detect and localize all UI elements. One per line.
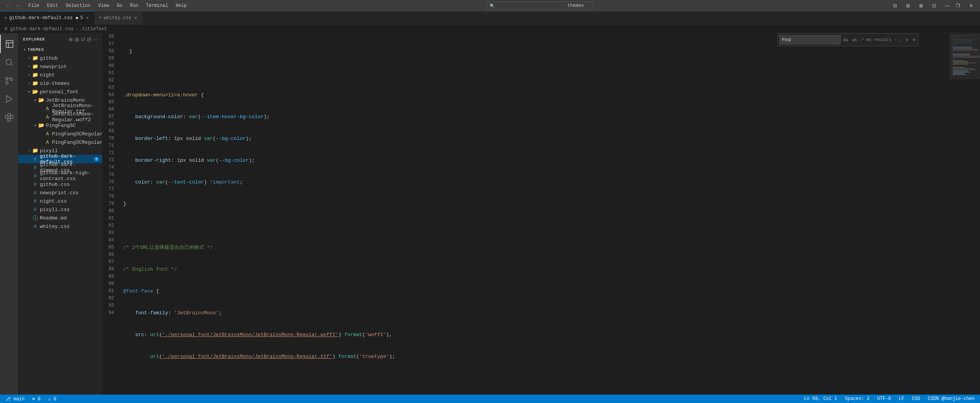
sidebar-item-pf-ttf[interactable]: › A PingFangSCRegular.ttf (18, 130, 102, 138)
find-match-case[interactable]: Aa (842, 37, 849, 42)
tab-label: github-dark-default.css (9, 15, 73, 21)
sidebar-item-jbm-woff[interactable]: › A JetBrainsMono-Regular.woff2 (18, 113, 102, 121)
tab-close-button-2[interactable]: × (134, 16, 138, 20)
activity-explorer[interactable] (0, 35, 18, 53)
find-widget: Aa ab .* No results ↑ ↓ ≡ ✕ (777, 33, 919, 46)
line-num-68: 68 (103, 120, 117, 128)
menu-edit[interactable]: Edit (44, 2, 61, 9)
window-layout-1[interactable]: ⊟ (890, 0, 900, 11)
activity-source-control[interactable] (0, 72, 18, 90)
sidebar-item-pixyll-css[interactable]: › # pixyll.css (18, 205, 102, 214)
sidebar-item-old-themes[interactable]: › 📁 old-themes (18, 79, 102, 88)
window-layout-3[interactable]: ⊠ (916, 0, 926, 11)
menu-go[interactable]: Go (114, 2, 125, 9)
status-language[interactable]: CSS (910, 396, 923, 401)
window-minimize[interactable]: — (942, 0, 950, 11)
status-line-ending[interactable]: LF (897, 396, 906, 401)
window-layout-4[interactable]: ⊡ (929, 0, 939, 11)
sidebar-item-newsprint[interactable]: › 📁 newsprint (18, 62, 102, 71)
code-content[interactable]: 56 57 58 59 60 61 62 63 64 65 66 67 68 6… (103, 33, 949, 395)
code-line-63: } (123, 200, 949, 208)
minimap (949, 33, 980, 395)
sidebar-item-pingfangsc[interactable]: ▾ 📂 PingFangSC (18, 121, 102, 130)
css-file-icon-4: # (32, 181, 38, 187)
status-position[interactable]: Ln 69, Col 1 (802, 396, 839, 401)
new-file-button[interactable]: ⊕ (69, 36, 73, 42)
sidebar-item-themes[interactable]: ▾ THEMES (18, 46, 102, 54)
sidebar-item-github[interactable]: › 📁 github (18, 54, 102, 62)
window-close[interactable]: ✕ (966, 0, 976, 11)
breadcrumb-selector[interactable]: .titleText (79, 26, 107, 32)
svg-rect-9 (8, 119, 10, 121)
status-warnings[interactable]: ⚠ 0 (46, 396, 59, 402)
activity-extensions[interactable] (0, 108, 18, 127)
sidebar-item-pf-woff[interactable]: › A PingFangSCRegular.woff2 (18, 138, 102, 146)
nav-forward-button[interactable]: → (14, 3, 22, 9)
sidebar-item-readme[interactable]: › ⓘ Readme.md (18, 214, 102, 222)
night-css-label: night.css (40, 198, 102, 204)
line-num-69: 69 (103, 128, 117, 135)
menu-bar: File Edit Selection View Go Run Terminal… (25, 2, 190, 9)
tab-close-button[interactable]: × (85, 16, 90, 20)
line-num-88: 88 (103, 266, 117, 273)
title-bar: ← → File Edit Selection View Go Run Term… (0, 0, 980, 11)
nav-back-button[interactable]: ← (4, 3, 12, 9)
ttf-file-icon-2: A (44, 131, 51, 137)
css-file-icon-6: # (32, 198, 38, 204)
status-branch[interactable]: ⎇ main (3, 396, 27, 402)
code-line-62: color: var(--text-color) !important; (123, 179, 949, 186)
menu-help[interactable]: Help (173, 2, 190, 9)
search-text: themes (567, 3, 584, 8)
find-close[interactable]: ✕ (911, 37, 917, 42)
refresh-button[interactable]: ↺ (81, 36, 85, 42)
line-num-77: 77 (103, 186, 117, 193)
sidebar-item-whitey[interactable]: › # whitey.css (18, 222, 102, 231)
more-actions-button[interactable]: ··· (93, 36, 98, 42)
pf-woff-label: PingFangSCRegular.woff2 (52, 140, 103, 145)
find-toggle-replace[interactable]: ≡ (905, 37, 910, 42)
svg-point-1 (6, 59, 11, 65)
find-prev[interactable]: ↑ (893, 37, 898, 42)
new-folder-button[interactable]: ⊞ (75, 36, 79, 42)
sidebar-item-night[interactable]: › 📁 night (18, 71, 102, 79)
line-num-57: 57 (103, 41, 117, 48)
tab-whitey[interactable]: # whitey.css × (95, 11, 143, 24)
line-num-83: 83 (103, 229, 117, 237)
status-encoding[interactable]: UTF-8 (875, 396, 893, 401)
sidebar-item-newsprint-css[interactable]: › # newsprint.css (18, 188, 102, 197)
activity-run-debug[interactable] (0, 90, 18, 108)
window-maximize[interactable]: ❐ (953, 0, 963, 11)
menu-selection[interactable]: Selection (63, 2, 94, 9)
line-num-71: 71 (103, 142, 117, 150)
code-line-66: /* English font */ (123, 266, 949, 273)
collapse-all-button[interactable]: ⊟ (87, 36, 91, 42)
sidebar-item-personal-font[interactable]: ▾ 📂 personal_font (18, 88, 102, 96)
code-line-69: src: url('./personal_font/JetBrainsMono/… (123, 331, 949, 338)
activity-search[interactable] (0, 53, 18, 72)
line-num-78: 78 (103, 193, 117, 200)
activity-bar (0, 33, 18, 395)
arrow-icon: › (26, 148, 32, 154)
menu-view[interactable]: View (95, 2, 112, 9)
tab-github-dark-default[interactable]: # github-dark-default.css 5 × (0, 11, 95, 24)
newsprint-label: newsprint (40, 64, 102, 70)
sidebar-item-github-dark-high-contrast[interactable]: › # github-dark-high-contrast.css (18, 172, 102, 180)
menu-file[interactable]: File (25, 2, 42, 9)
sidebar: EXPLORER ⊕ ⊞ ↺ ⊟ ··· ▾ THEMES › 📁 github… (18, 33, 103, 395)
find-next[interactable]: ↓ (899, 37, 903, 42)
status-spaces[interactable]: Spaces: 2 (843, 396, 872, 401)
status-errors[interactable]: ⊗ 0 (30, 396, 43, 402)
find-input[interactable] (779, 35, 841, 44)
find-regex[interactable]: .* (859, 37, 864, 42)
menu-terminal[interactable]: Terminal (143, 2, 171, 9)
sidebar-item-github-css[interactable]: › # github.css (18, 180, 102, 188)
search-box[interactable]: 🔍 themes (486, 2, 593, 10)
window-layout-2[interactable]: ⊞ (903, 0, 913, 11)
sidebar-item-night-css[interactable]: › # night.css (18, 197, 102, 205)
svg-point-4 (10, 78, 13, 81)
find-whole-word[interactable]: ab (851, 37, 858, 42)
code-editor[interactable]: Aa ab .* No results ↑ ↓ ≡ ✕ 56 57 58 59 … (103, 33, 949, 395)
menu-run[interactable]: Run (127, 2, 142, 9)
breadcrumb-file[interactable]: # github-dark-default.css (5, 26, 74, 32)
code-line-56: } (123, 48, 949, 55)
